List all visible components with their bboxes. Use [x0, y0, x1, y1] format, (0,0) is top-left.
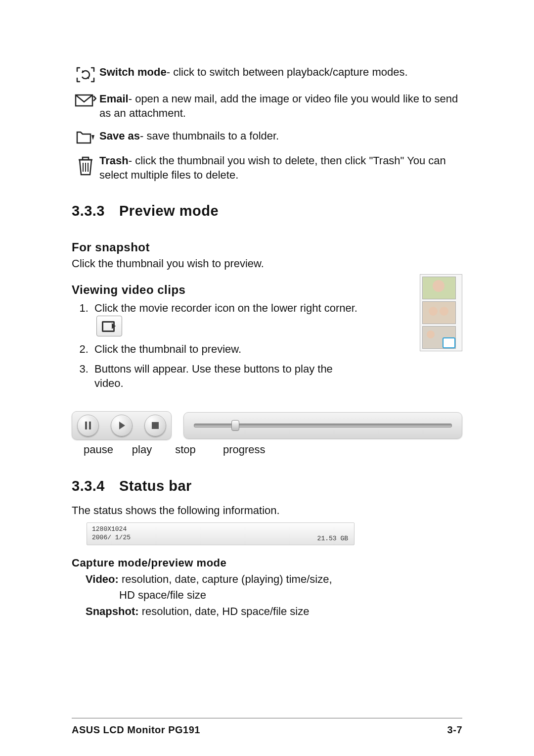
- snapshot-line: Snapshot: resolution, date, HD space/fil…: [86, 605, 462, 619]
- svg-rect-2: [89, 422, 91, 429]
- subhead-for-snapshot: For snapshot: [72, 239, 364, 255]
- play-button-group: [72, 411, 172, 440]
- video-label: Video:: [86, 573, 119, 585]
- def-desc: - open a new mail, add the image or vide…: [99, 93, 458, 119]
- status-bar: 1280X1024 2006/ 1/25 21.53 GB: [87, 522, 355, 545]
- svg-rect-1: [85, 422, 87, 429]
- def-email: Email- open a new mail, add the image or…: [72, 92, 462, 120]
- label-play: play: [126, 443, 158, 457]
- play-button[interactable]: [111, 415, 133, 436]
- heading-num: 3.3.4: [72, 477, 119, 496]
- thumbnail-3: [422, 326, 456, 349]
- preview-two-col: For snapshot Click the thumbnail you wis…: [72, 229, 462, 396]
- svg-rect-3: [152, 422, 159, 429]
- movie-badge-icon: [443, 337, 455, 348]
- video-desc2: HD space/file size: [119, 588, 462, 603]
- heading-334: 3.3.4Status bar: [72, 477, 462, 496]
- snapshot-text: Click the thumbnail you wish to preview.: [72, 257, 364, 271]
- play-labels: pause play stop progress: [83, 443, 462, 457]
- thumbnail-2: [422, 301, 456, 324]
- page-footer: ASUS LCD Monitor PG191 3-7: [72, 723, 462, 736]
- thumbnail-strip: [420, 274, 462, 351]
- label-pause: pause: [83, 443, 114, 457]
- save-as-icon: [72, 129, 99, 145]
- subhead-viewing-clips: Viewing video clips: [72, 282, 364, 297]
- step-text: Click the movie recorder icon on the low…: [94, 302, 357, 314]
- def-email-text: Email- open a new mail, add the image or…: [99, 92, 462, 120]
- heading-333: 3.3.3Preview mode: [72, 202, 462, 221]
- pause-button[interactable]: [77, 415, 99, 436]
- progress-track: [194, 424, 452, 427]
- subhead-capture-preview: Capture mode/preview mode: [72, 556, 462, 570]
- video-line: Video: resolution, date, capture (playin…: [86, 572, 462, 587]
- def-label: Save as: [99, 130, 140, 142]
- email-icon: [72, 92, 99, 108]
- status-date: 2006/ 1/25: [92, 534, 349, 542]
- playback-controls: [72, 411, 462, 440]
- step-2: Click the thumbnail to preview.: [91, 342, 364, 357]
- snapshot-label: Snapshot:: [86, 605, 139, 617]
- label-stop: stop: [170, 443, 201, 457]
- def-label: Switch mode: [99, 66, 167, 78]
- status-size: 21.53 GB: [317, 535, 348, 543]
- step-3: Buttons will appear. Use these buttons t…: [91, 362, 364, 390]
- snapshot-desc: resolution, date, HD space/file size: [142, 605, 310, 617]
- step-1: Click the movie recorder icon on the low…: [91, 301, 364, 336]
- def-switch-mode-text: Switch mode- click to switch between pla…: [99, 65, 462, 80]
- def-save-as: Save as- save thumbnails to a folder.: [72, 129, 462, 145]
- def-desc: - click the thumbnail you wish to delete…: [99, 154, 446, 181]
- status-resolution: 1280X1024: [92, 525, 349, 534]
- stop-button[interactable]: [144, 415, 166, 436]
- preview-right-col: [373, 229, 462, 396]
- icon-definitions: Switch mode- click to switch between pla…: [72, 65, 462, 182]
- heading-title: Preview mode: [119, 203, 219, 219]
- def-save-as-text: Save as- save thumbnails to a folder.: [99, 129, 462, 143]
- preview-left-col: For snapshot Click the thumbnail you wis…: [72, 229, 364, 396]
- heading-title: Status bar: [119, 478, 192, 494]
- def-trash: Trash- click the thumbnail you wish to d…: [72, 154, 462, 182]
- def-label: Trash: [99, 154, 129, 167]
- footer-right: 3-7: [447, 723, 462, 736]
- switch-mode-icon: [72, 65, 99, 83]
- progress-bar[interactable]: [183, 412, 462, 439]
- heading-num: 3.3.3: [72, 202, 119, 221]
- thumbnail-1: [422, 277, 456, 299]
- status-intro: The status shows the following informati…: [72, 504, 462, 518]
- video-desc1: resolution, date, capture (playing) time…: [122, 573, 332, 585]
- clips-steps: Click the movie recorder icon on the low…: [72, 301, 364, 390]
- def-desc: - click to switch between playback/captu…: [167, 66, 408, 78]
- def-label: Email: [99, 93, 129, 105]
- def-desc: - save thumbnails to a folder.: [140, 130, 279, 142]
- trash-icon: [72, 154, 99, 177]
- def-switch-mode: Switch mode- click to switch between pla…: [72, 65, 462, 83]
- progress-knob[interactable]: [231, 420, 239, 431]
- footer-left: ASUS LCD Monitor PG191: [72, 723, 200, 736]
- def-trash-text: Trash- click the thumbnail you wish to d…: [99, 154, 462, 182]
- label-progress: progress: [223, 443, 266, 457]
- movie-recorder-icon: [96, 316, 122, 336]
- footer-rule: [72, 718, 462, 718]
- page: Switch mode- click to switch between pla…: [0, 0, 534, 756]
